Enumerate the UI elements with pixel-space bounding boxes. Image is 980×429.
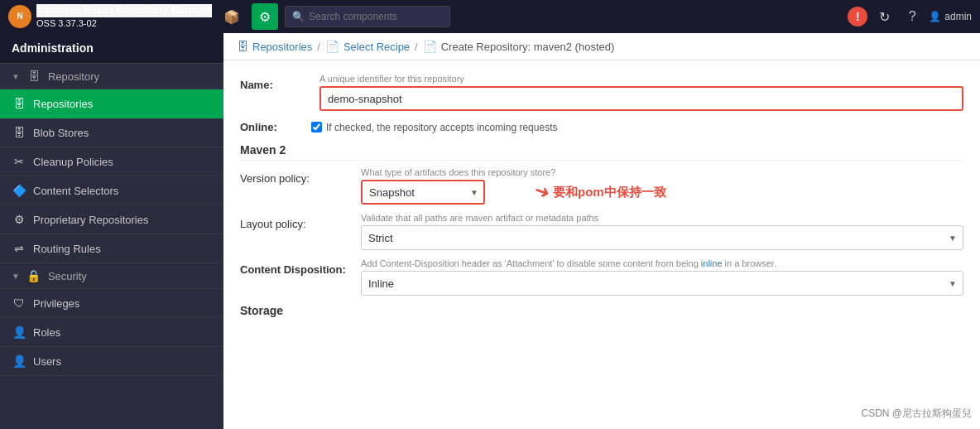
user-label: admin xyxy=(944,11,972,22)
sidebar-item-cleanup-policies[interactable]: ✂ Cleanup Policies xyxy=(0,147,223,176)
sidebar-item-users[interactable]: 👤 Users xyxy=(0,347,223,376)
breadcrumb-repositories-label: Repositories xyxy=(252,41,312,53)
repository-section-header[interactable]: ▼ 🗄 Repository xyxy=(0,64,223,89)
sidebar-header: Administration xyxy=(0,33,223,64)
breadcrumb-sep-2: / xyxy=(415,41,418,53)
online-hint: If checked, the repository accepts incom… xyxy=(326,122,557,133)
blob-stores-label: Blob Stores xyxy=(33,127,89,139)
app-logo: N Sonatype Nexus Repository Manager OSS … xyxy=(8,4,212,29)
cleanup-icon: ✂ xyxy=(12,155,26,168)
annotation-arrow-icon: ➜ xyxy=(531,180,553,205)
breadcrumb-create-icon: 📄 xyxy=(423,40,437,53)
sidebar-item-roles[interactable]: 👤 Roles xyxy=(0,318,223,347)
inline-link[interactable]: inline xyxy=(701,258,723,268)
form-area: Name: A unique identifier for this repos… xyxy=(223,60,980,429)
user-icon: 👤 xyxy=(929,11,941,22)
annotation-area: ➜ 要和pom中保持一致 xyxy=(535,181,666,203)
routing-label: Routing Rules xyxy=(33,243,101,255)
layout-policy-row: Layout policy: Validate that all paths a… xyxy=(240,213,963,250)
version-policy-field: What type of artifacts does this reposit… xyxy=(361,167,963,205)
sidebar-item-repositories[interactable]: 🗄 Repositories xyxy=(0,89,223,118)
breadcrumb-create: 📄 Create Repository: maven2 (hosted) xyxy=(423,40,615,53)
online-check: If checked, the repository accepts incom… xyxy=(311,122,557,133)
privileges-icon: 🛡 xyxy=(12,296,26,310)
breadcrumb-create-label: Create Repository: maven2 (hosted) xyxy=(441,41,615,53)
sidebar-item-blob-stores[interactable]: 🗄 Blob Stores xyxy=(0,118,223,147)
breadcrumb-select-recipe[interactable]: 📄 Select Recipe xyxy=(325,40,410,53)
privileges-label: Privileges xyxy=(33,297,79,310)
content-disposition-hint: Add Content-Disposition header as 'Attac… xyxy=(361,258,963,268)
online-label: Online: xyxy=(240,121,306,133)
app-name: Sonatype Nexus Repository Manager xyxy=(36,4,212,17)
layout-policy-hint: Validate that all paths are maven artifa… xyxy=(361,213,963,223)
sidebar-item-routing-rules[interactable]: ⇌ Routing Rules xyxy=(0,234,223,263)
version-policy-select-wrapper: Release Snapshot Mixed ▼ xyxy=(361,180,485,205)
search-input[interactable] xyxy=(309,11,443,22)
security-section: ▼ 🔒 Security 🛡 Privileges 👤 Roles 👤 User… xyxy=(0,263,223,376)
security-section-label: Security xyxy=(48,270,87,282)
layout: Administration ▼ 🗄 Repository 🗄 Reposito… xyxy=(0,33,980,429)
layout-policy-select[interactable]: Strict Permissive xyxy=(361,225,963,250)
layout-policy-select-wrapper: Strict Permissive ▼ xyxy=(361,225,963,250)
name-field: A unique identifier for this repository xyxy=(319,74,963,111)
users-label: Users xyxy=(33,355,61,368)
online-checkbox[interactable] xyxy=(311,122,322,133)
security-icon: 🔒 xyxy=(26,269,41,282)
alert-button[interactable]: ! xyxy=(848,7,867,27)
users-icon: 👤 xyxy=(12,354,26,368)
routing-icon: ⇌ xyxy=(12,242,26,255)
name-hint: A unique identifier for this repository xyxy=(319,74,963,84)
navbar: N Sonatype Nexus Repository Manager OSS … xyxy=(0,0,980,33)
watermark: CSDN @尼古拉斯狗蛋兒 xyxy=(861,407,972,421)
app-version: OSS 3.37.3-02 xyxy=(36,17,212,29)
annotation-text: 要和pom中保持一致 xyxy=(553,185,666,200)
sidebar-item-proprietary-repos[interactable]: ⚙ Proprietary Repositories xyxy=(0,205,223,234)
content-disposition-select[interactable]: Inline Attachment xyxy=(361,271,963,296)
roles-label: Roles xyxy=(33,326,60,339)
content-selectors-icon: 🔷 xyxy=(12,184,26,197)
main-content: 🗄 Repositories / 📄 Select Recipe / 📄 Cre… xyxy=(223,33,980,429)
breadcrumb-recipe-label: Select Recipe xyxy=(343,41,410,53)
breadcrumb: 🗄 Repositories / 📄 Select Recipe / 📄 Cre… xyxy=(223,33,980,60)
cleanup-label: Cleanup Policies xyxy=(33,156,113,168)
breadcrumb-repositories[interactable]: 🗄 Repositories xyxy=(237,40,312,53)
storage-title: Storage xyxy=(240,304,963,317)
settings-button[interactable]: ⚙ xyxy=(252,3,278,30)
content-selectors-label: Content Selectors xyxy=(33,185,118,197)
content-disposition-field: Add Content-Disposition header as 'Attac… xyxy=(361,258,963,296)
content-disposition-hint-text: Add Content-Disposition header as 'Attac… xyxy=(361,258,701,268)
navbar-right: ! ↻ ? 👤 admin xyxy=(848,5,972,28)
repositories-icon: 🗄 xyxy=(12,97,26,110)
version-policy-hint: What type of artifacts does this reposit… xyxy=(361,167,963,177)
name-row: Name: A unique identifier for this repos… xyxy=(240,74,963,111)
maven2-section-title: Maven 2 xyxy=(240,143,963,161)
repository-section: ▼ 🗄 Repository 🗄 Repositories 🗄 Blob Sto… xyxy=(0,64,223,263)
logo-icon: N xyxy=(8,5,31,28)
roles-icon: 👤 xyxy=(12,325,26,339)
content-disposition-label: Content Disposition: xyxy=(240,258,348,276)
version-policy-select[interactable]: Release Snapshot Mixed xyxy=(361,180,485,205)
repository-icon: 🗄 xyxy=(26,70,41,83)
name-input[interactable] xyxy=(319,86,963,111)
layout-policy-label: Layout policy: xyxy=(240,213,348,230)
search-icon: 🔍 xyxy=(292,11,305,22)
sidebar-item-content-selectors[interactable]: 🔷 Content Selectors xyxy=(0,176,223,205)
proprietary-icon: ⚙ xyxy=(12,213,26,226)
refresh-button[interactable]: ↻ xyxy=(872,5,896,28)
breadcrumb-recipe-icon: 📄 xyxy=(325,40,339,53)
security-collapse-icon: ▼ xyxy=(12,272,20,281)
name-label: Name: xyxy=(240,74,306,91)
user-menu[interactable]: 👤 admin xyxy=(929,11,972,22)
content-disposition-row: Content Disposition: Add Content-Disposi… xyxy=(240,258,963,296)
layout-policy-field: Validate that all paths are maven artifa… xyxy=(361,213,963,250)
breadcrumb-sep-1: / xyxy=(317,41,320,53)
repository-section-label: Repository xyxy=(48,70,99,83)
sidebar-item-privileges[interactable]: 🛡 Privileges xyxy=(0,289,223,318)
blob-stores-icon: 🗄 xyxy=(12,126,26,139)
security-section-header[interactable]: ▼ 🔒 Security xyxy=(0,263,223,289)
packages-button[interactable]: 📦 xyxy=(219,3,245,30)
version-policy-label: Version policy: xyxy=(240,167,348,185)
repositories-label: Repositories xyxy=(33,98,93,110)
breadcrumb-repo-icon: 🗄 xyxy=(237,40,248,53)
help-button[interactable]: ? xyxy=(901,5,924,28)
